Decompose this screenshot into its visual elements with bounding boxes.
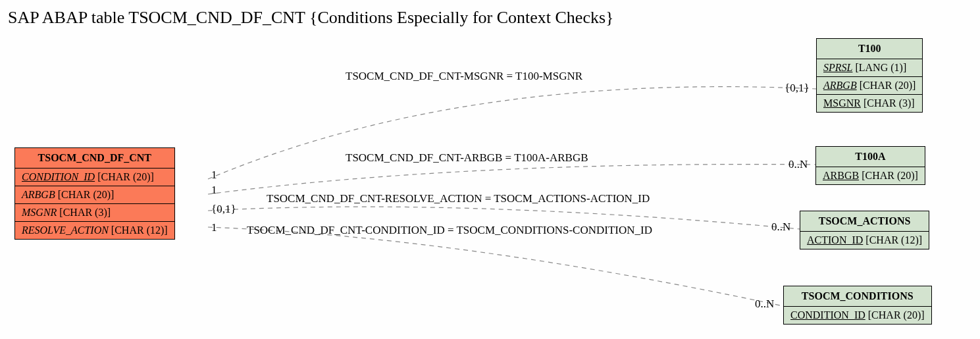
entity-header: TSOCM_CONDITIONS (784, 286, 931, 307)
cardinality-right-e4: 0..N (755, 298, 774, 311)
edge-label-condition-id: TSOCM_CND_DF_CNT-CONDITION_ID = TSOCM_CO… (247, 224, 652, 237)
field-type: [CHAR (12)] (865, 234, 922, 246)
page-title: SAP ABAP table TSOCM_CND_DF_CNT {Conditi… (8, 8, 614, 28)
entity-field: MSGNR [CHAR (3)] (15, 204, 174, 222)
field-type: [CHAR (20)] (868, 309, 925, 321)
entity-tsocm-cnd-df-cnt: TSOCM_CND_DF_CNT CONDITION_ID [CHAR (20)… (14, 147, 175, 240)
field-name: MSGNR (22, 207, 57, 218)
entity-t100a: T100A ARBGB [CHAR (20)] (815, 146, 925, 185)
diagram-canvas: SAP ABAP table TSOCM_CND_DF_CNT {Conditi… (0, 0, 980, 339)
field-name: RESOLVE_ACTION (22, 224, 109, 236)
field-name: CONDITION_ID (790, 309, 865, 321)
field-type: [CHAR (20)] (58, 189, 115, 200)
edge-label-msgnr: TSOCM_CND_DF_CNT-MSGNR = T100-MSGNR (346, 70, 582, 83)
entity-header: T100 (817, 39, 922, 59)
cardinality-left-e3: {0,1} (211, 203, 236, 216)
entity-header: TSOCM_CND_DF_CNT (15, 148, 174, 169)
field-name: MSGNR (823, 97, 861, 109)
cardinality-left-e2: 1 (211, 184, 217, 197)
entity-field: MSGNR [CHAR (3)] (817, 95, 922, 112)
cardinality-right-e2: 0..N (788, 158, 808, 171)
field-name: SPRSL (823, 62, 852, 73)
entity-field: RESOLVE_ACTION [CHAR (12)] (15, 222, 174, 239)
field-type: [CHAR (12)] (111, 224, 168, 236)
field-name: CONDITION_ID (22, 171, 95, 182)
field-type: [LANG (1)] (855, 62, 906, 73)
entity-field: ARBGB [CHAR (20)] (816, 167, 925, 184)
field-type: [CHAR (3)] (59, 207, 111, 218)
entity-tsocm-conditions: TSOCM_CONDITIONS CONDITION_ID [CHAR (20)… (783, 286, 932, 325)
entity-tsocm-actions: TSOCM_ACTIONS ACTION_ID [CHAR (12)] (800, 211, 929, 249)
entity-t100: T100 SPRSL [LANG (1)] ARBGB [CHAR (20)] … (816, 38, 923, 113)
entity-field: ARBGB [CHAR (20)] (15, 186, 174, 204)
field-name: ARBGB (823, 80, 857, 91)
entity-field: ACTION_ID [CHAR (12)] (800, 232, 929, 249)
cardinality-left-e1: 1 (211, 169, 217, 182)
field-type: [CHAR (20)] (860, 80, 916, 91)
field-name: ACTION_ID (807, 234, 863, 246)
field-name: ARBGB (22, 189, 55, 200)
entity-field: CONDITION_ID [CHAR (20)] (15, 169, 174, 186)
entity-header: T100A (816, 147, 925, 167)
cardinality-right-e3: 0..N (771, 221, 790, 234)
entity-header: TSOCM_ACTIONS (800, 211, 929, 232)
entity-field: SPRSL [LANG (1)] (817, 59, 922, 77)
cardinality-left-e4: 1 (211, 221, 217, 234)
field-name: ARBGB (823, 170, 859, 181)
field-type: [CHAR (20)] (97, 171, 154, 182)
edge-label-arbgb: TSOCM_CND_DF_CNT-ARBGB = T100A-ARBGB (346, 151, 588, 165)
field-type: [CHAR (3)] (864, 97, 915, 109)
entity-field: CONDITION_ID [CHAR (20)] (784, 307, 931, 324)
field-type: [CHAR (20)] (862, 170, 918, 181)
cardinality-right-e1: {0,1} (785, 82, 810, 95)
entity-field: ARBGB [CHAR (20)] (817, 77, 922, 95)
edge-label-resolve-action: TSOCM_CND_DF_CNT-RESOLVE_ACTION = TSOCM_… (267, 192, 650, 205)
